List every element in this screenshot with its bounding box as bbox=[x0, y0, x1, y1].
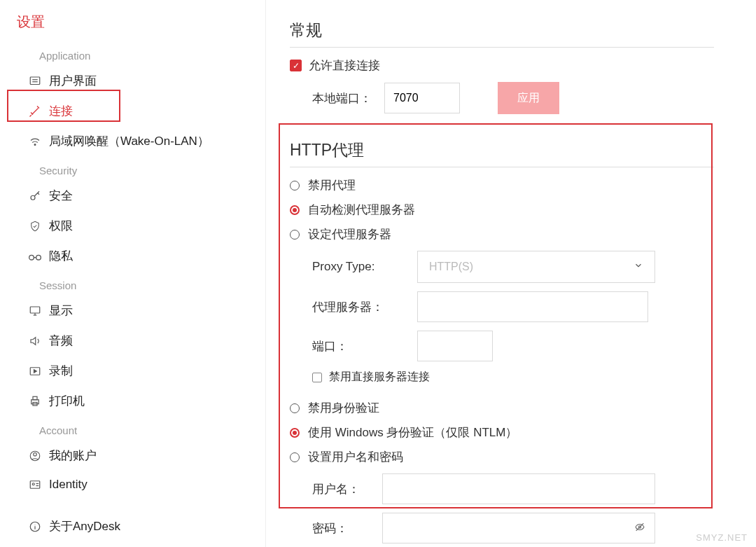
user-icon bbox=[25, 450, 45, 462]
group-session: Session bbox=[0, 271, 265, 296]
sidebar-item-label: 连接 bbox=[49, 103, 73, 119]
speaker-icon bbox=[25, 335, 45, 347]
wifi-icon bbox=[25, 135, 45, 148]
auth-windows-label: 使用 Windows 身份验证（仅限 NTLM） bbox=[308, 424, 517, 441]
svg-point-3 bbox=[34, 144, 36, 145]
proxy-auto-label: 自动检测代理服务器 bbox=[308, 202, 415, 218]
username-input[interactable] bbox=[382, 473, 655, 504]
sidebar-item-label: Identity bbox=[49, 478, 88, 492]
sidebar-item-label: 音频 bbox=[49, 333, 73, 349]
sidebar-item-label: 我的账户 bbox=[49, 448, 97, 464]
id-card-icon bbox=[25, 478, 45, 491]
password-input[interactable] bbox=[382, 513, 655, 543]
info-icon bbox=[25, 520, 45, 533]
checkbox-checked-icon[interactable]: ✓ bbox=[290, 60, 302, 71]
settings-main: 常规 ✓ 允许直接连接 本地端口： 应用 HTTP代理 禁用代理 自动检测代理服… bbox=[266, 0, 756, 547]
sidebar-item-display[interactable]: 显示 bbox=[0, 296, 265, 326]
settings-sidebar: 设置 Application 用户界面 连接 局域网唤醒（Wake-On-LAN… bbox=[0, 0, 266, 547]
local-port-input[interactable] bbox=[384, 83, 460, 113]
auth-none-row[interactable]: 禁用身份验证 bbox=[290, 400, 714, 416]
svg-rect-10 bbox=[33, 396, 37, 400]
sidebar-item-connection[interactable]: 连接 bbox=[0, 96, 265, 126]
proxy-type-label: Proxy Type: bbox=[312, 260, 417, 274]
sidebar-item-label: 权限 bbox=[49, 218, 73, 234]
sidebar-item-label: 隐私 bbox=[49, 248, 73, 264]
sidebar-item-ui[interactable]: 用户界面 bbox=[0, 66, 265, 96]
sidebar-item-privacy[interactable]: 隐私 bbox=[0, 241, 265, 271]
auth-none-label: 禁用身份验证 bbox=[308, 400, 379, 416]
allow-direct-row[interactable]: ✓ 允许直接连接 bbox=[290, 57, 714, 74]
sidebar-item-record[interactable]: 录制 bbox=[0, 356, 265, 386]
ui-icon bbox=[25, 75, 45, 88]
radio-checked-icon[interactable] bbox=[290, 205, 300, 215]
sidebar-item-label: 用户界面 bbox=[49, 73, 97, 89]
sidebar-item-identity[interactable]: Identity bbox=[0, 471, 265, 499]
svg-rect-7 bbox=[30, 307, 40, 313]
section-proxy-heading: HTTP代理 bbox=[290, 139, 714, 167]
sidebar-item-label: 录制 bbox=[49, 363, 73, 379]
sidebar-item-audio[interactable]: 音频 bbox=[0, 326, 265, 356]
radio-unchecked-icon[interactable] bbox=[290, 452, 300, 462]
group-security: Security bbox=[0, 156, 265, 181]
record-icon bbox=[25, 365, 45, 378]
username-label: 用户名： bbox=[312, 481, 382, 497]
proxy-disable-row[interactable]: 禁用代理 bbox=[290, 177, 714, 193]
sidebar-item-label: 显示 bbox=[49, 303, 73, 319]
proxy-server-input[interactable] bbox=[417, 291, 648, 322]
auth-windows-row[interactable]: 使用 Windows 身份验证（仅限 NTLM） bbox=[290, 424, 714, 441]
svg-rect-0 bbox=[30, 77, 40, 85]
radio-unchecked-icon[interactable] bbox=[290, 230, 300, 240]
page-title: 设置 bbox=[0, 13, 265, 41]
sidebar-item-label: 关于AnyDesk bbox=[49, 518, 120, 534]
connection-icon bbox=[25, 105, 45, 118]
radio-unchecked-icon[interactable] bbox=[290, 181, 300, 191]
radio-unchecked-icon[interactable] bbox=[290, 403, 300, 413]
eye-off-icon[interactable] bbox=[634, 522, 645, 535]
proxy-port-label: 端口： bbox=[312, 338, 417, 354]
proxy-disable-label: 禁用代理 bbox=[308, 177, 356, 193]
watermark-text: SMYZ.NET bbox=[696, 532, 748, 543]
apply-button-general[interactable]: 应用 bbox=[498, 82, 559, 114]
group-account: Account bbox=[0, 416, 265, 441]
sidebar-item-printer[interactable]: 打印机 bbox=[0, 386, 265, 416]
monitor-icon bbox=[25, 305, 45, 317]
svg-point-13 bbox=[34, 452, 37, 456]
sidebar-item-my-account[interactable]: 我的账户 bbox=[0, 441, 265, 471]
proxy-port-input[interactable] bbox=[417, 331, 493, 361]
allow-direct-label: 允许直接连接 bbox=[309, 57, 380, 74]
svg-point-4 bbox=[31, 195, 35, 200]
proxy-manual-row[interactable]: 设定代理服务器 bbox=[290, 226, 714, 242]
svg-rect-9 bbox=[31, 399, 39, 403]
glasses-icon bbox=[25, 251, 45, 261]
checkbox-empty-icon[interactable] bbox=[312, 373, 322, 382]
svg-point-5 bbox=[29, 255, 34, 260]
svg-rect-14 bbox=[30, 481, 40, 489]
chevron-down-icon bbox=[634, 261, 643, 273]
group-application: Application bbox=[0, 41, 265, 66]
radio-checked-icon[interactable] bbox=[290, 428, 300, 438]
proxy-server-label: 代理服务器： bbox=[312, 299, 417, 315]
disable-direct-label: 禁用直接服务器连接 bbox=[329, 370, 430, 385]
sidebar-item-label: 安全 bbox=[49, 188, 73, 204]
proxy-manual-label: 设定代理服务器 bbox=[308, 226, 391, 242]
svg-point-15 bbox=[32, 483, 34, 485]
key-icon bbox=[25, 190, 45, 202]
sidebar-item-security[interactable]: 安全 bbox=[0, 181, 265, 211]
proxy-type-dropdown[interactable]: HTTP(S) bbox=[417, 251, 655, 283]
proxy-type-value: HTTP(S) bbox=[429, 261, 473, 273]
password-label: 密码： bbox=[312, 520, 382, 536]
svg-point-6 bbox=[36, 255, 41, 260]
sidebar-item-about[interactable]: 关于AnyDesk bbox=[0, 511, 265, 541]
printer-icon bbox=[25, 395, 45, 408]
sidebar-item-wol[interactable]: 局域网唤醒（Wake-On-LAN） bbox=[0, 126, 265, 156]
local-port-label: 本地端口： bbox=[312, 90, 372, 106]
auth-userpass-row[interactable]: 设置用户名和密码 bbox=[290, 449, 714, 465]
disable-direct-row[interactable]: 禁用直接服务器连接 bbox=[290, 370, 714, 385]
proxy-auto-row[interactable]: 自动检测代理服务器 bbox=[290, 202, 714, 218]
shield-icon bbox=[25, 220, 45, 233]
auth-userpass-label: 设置用户名和密码 bbox=[308, 449, 403, 465]
section-general-heading: 常规 bbox=[290, 20, 714, 48]
sidebar-item-label: 局域网唤醒（Wake-On-LAN） bbox=[49, 133, 209, 149]
sidebar-item-label: 打印机 bbox=[49, 393, 85, 409]
sidebar-item-permissions[interactable]: 权限 bbox=[0, 211, 265, 241]
